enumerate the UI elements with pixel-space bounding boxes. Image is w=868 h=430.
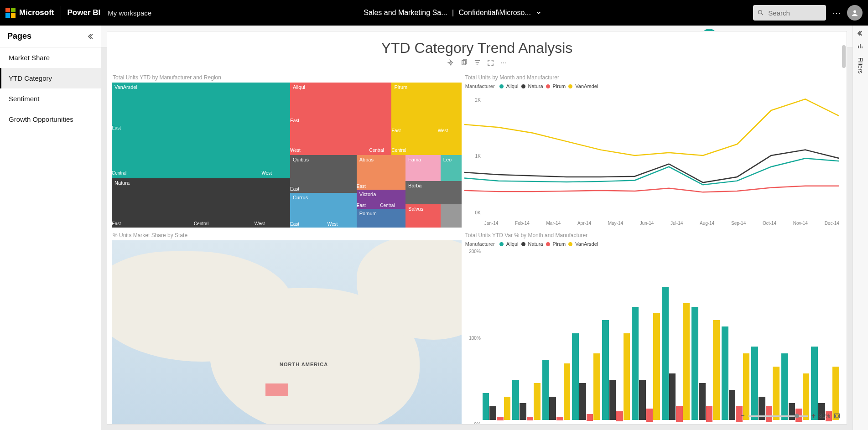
treemap-visual[interactable]: Total Units YTD by Manufacturer and Regi… xyxy=(112,73,462,228)
bar[interactable] xyxy=(587,414,593,421)
treemap-cell[interactable]: QuibusEast xyxy=(290,155,357,193)
bar[interactable] xyxy=(489,406,496,420)
zoom-in-button[interactable]: + xyxy=(811,412,816,420)
bar[interactable] xyxy=(520,403,526,420)
bar[interactable] xyxy=(542,360,549,420)
sensitivity-label[interactable]: Confidential\Microso... xyxy=(459,9,531,17)
report-canvas: YTD Category Trend Analysis ⋯ Total Unit… xyxy=(107,31,847,425)
filters-pane-collapsed[interactable]: Filters xyxy=(852,26,868,430)
zoom-value: 81% xyxy=(819,413,830,419)
chevron-down-icon[interactable] xyxy=(536,10,541,15)
treemap-cell[interactable]: CurrusEastWest xyxy=(290,193,357,228)
fit-page-icon[interactable] xyxy=(834,413,840,419)
page-tab-sentiment[interactable]: Sentiment xyxy=(0,88,101,109)
bar[interactable] xyxy=(781,353,788,420)
bar[interactable] xyxy=(646,409,653,422)
pin-icon[interactable] xyxy=(447,59,454,66)
bar[interactable] xyxy=(483,393,489,420)
map-title: % Units Market Share by State xyxy=(112,230,462,240)
more-options-button[interactable]: ⋯ xyxy=(832,8,841,18)
legend-item[interactable]: Aliqui xyxy=(506,83,519,89)
bar[interactable] xyxy=(639,380,646,420)
collapse-pane-icon[interactable] xyxy=(86,33,94,40)
bar[interactable] xyxy=(497,417,504,420)
bar[interactable] xyxy=(811,347,818,420)
treemap-cell[interactable]: Pomum xyxy=(357,209,405,228)
treemap-cell[interactable]: AliquiEastWestCentral xyxy=(290,83,391,155)
bar-chart-visual[interactable]: Total Units YTD Var % by Month and Manuf… xyxy=(464,230,842,424)
bar[interactable] xyxy=(691,307,698,420)
report-area: File Export Share Chat in Teams Get insi… xyxy=(101,26,852,430)
treemap-cell[interactable]: AbbasEast xyxy=(357,155,405,190)
bar[interactable] xyxy=(602,320,609,420)
bar[interactable] xyxy=(662,287,669,420)
treemap-cell[interactable]: VanArsdelEastCentralWest xyxy=(112,83,290,178)
search-input[interactable] xyxy=(768,9,821,17)
bar[interactable] xyxy=(683,303,690,420)
bar[interactable] xyxy=(624,333,630,420)
bar[interactable] xyxy=(564,363,571,420)
treemap-cell[interactable]: NaturaEastCentralWest xyxy=(112,178,290,228)
divider: | xyxy=(450,9,456,17)
bar[interactable] xyxy=(713,320,720,420)
treemap-title: Total Units YTD by Manufacturer and Regi… xyxy=(112,73,462,83)
treemap-cell[interactable]: Barba xyxy=(405,181,462,204)
treemap-cell[interactable]: Salvus xyxy=(405,204,441,228)
line-chart-visual[interactable]: Total Units by Month and Manufacturer Ma… xyxy=(464,73,842,228)
treemap-cell[interactable] xyxy=(441,204,462,228)
legend-item[interactable]: Natura xyxy=(528,83,543,89)
zoom-slider[interactable] xyxy=(748,415,808,417)
map-visual[interactable]: % Units Market Share by State NORTH AMER… xyxy=(112,230,462,424)
treemap-cell[interactable]: Fama xyxy=(405,155,441,181)
brand-app[interactable]: Power BI xyxy=(68,8,101,17)
filter-icon[interactable] xyxy=(474,59,481,66)
bar[interactable] xyxy=(504,397,511,420)
bar[interactable] xyxy=(609,380,616,420)
legend-item[interactable]: Aliqui xyxy=(506,241,519,247)
top-bar: Microsoft Power BI My workspace Sales an… xyxy=(0,0,868,26)
bar[interactable] xyxy=(743,353,750,420)
workspace-link[interactable]: My workspace xyxy=(108,9,151,17)
bar[interactable] xyxy=(549,397,556,420)
treemap-cell[interactable]: Leo xyxy=(441,155,462,181)
legend-item[interactable]: Pirum xyxy=(553,83,566,89)
bar[interactable] xyxy=(729,390,736,420)
expand-pane-icon[interactable] xyxy=(858,30,864,36)
divider xyxy=(61,6,61,20)
focus-icon[interactable] xyxy=(487,59,494,66)
bar[interactable] xyxy=(512,380,519,420)
svg-point-1 xyxy=(853,10,856,13)
search-box[interactable] xyxy=(753,5,826,21)
bar[interactable] xyxy=(699,383,706,420)
bar-chart-title: Total Units YTD Var % by Month and Manuf… xyxy=(464,230,842,240)
treemap-cell[interactable]: PirumEastWestCentral xyxy=(391,83,461,155)
page-tab-ytd-category[interactable]: YTD Category xyxy=(0,68,101,88)
account-avatar[interactable] xyxy=(847,5,863,21)
bar[interactable] xyxy=(616,411,623,421)
bar[interactable] xyxy=(706,406,713,422)
bar[interactable] xyxy=(572,333,579,420)
more-icon[interactable]: ⋯ xyxy=(500,59,506,66)
page-tab-growth-opportunities[interactable]: Growth Opportunities xyxy=(0,109,101,130)
report-file-name[interactable]: Sales and Marketing Sa... xyxy=(364,9,447,17)
bar[interactable] xyxy=(669,373,676,420)
bar[interactable] xyxy=(579,383,586,420)
treemap-cell[interactable]: VictoriaEastCentral xyxy=(357,190,405,208)
bar[interactable] xyxy=(556,417,563,420)
bar[interactable] xyxy=(751,347,758,420)
bar[interactable] xyxy=(676,406,683,422)
zoom-out-button[interactable]: − xyxy=(740,412,744,420)
bar[interactable] xyxy=(653,313,660,420)
legend-item[interactable]: Natura xyxy=(528,241,543,247)
legend-item[interactable]: Pirum xyxy=(553,241,566,247)
bar[interactable] xyxy=(534,383,541,420)
page-tab-market-share[interactable]: Market Share xyxy=(0,47,101,68)
copy-icon[interactable] xyxy=(461,59,468,66)
legend-item[interactable]: VanArsdel xyxy=(575,241,598,247)
bar[interactable] xyxy=(632,307,639,420)
bar[interactable] xyxy=(722,326,728,420)
bar[interactable] xyxy=(527,417,534,420)
bar[interactable] xyxy=(593,353,600,420)
legend-item[interactable]: VanArsdel xyxy=(575,83,598,89)
scrollbar-thumb[interactable] xyxy=(842,45,846,68)
